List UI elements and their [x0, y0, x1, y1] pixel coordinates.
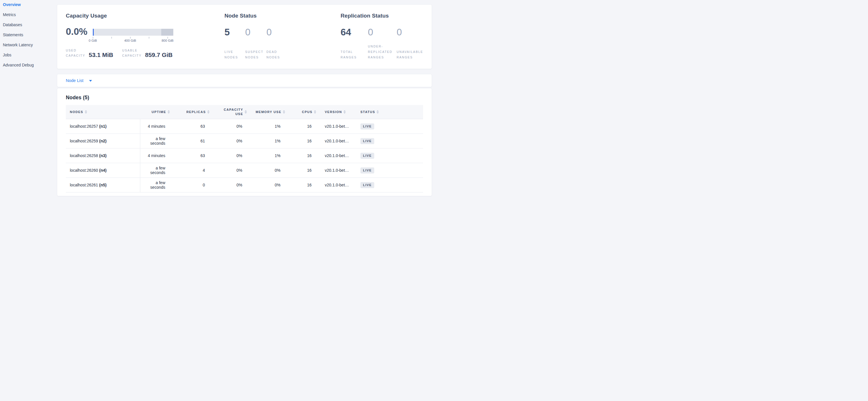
under-replicated-count: 0: [368, 27, 397, 38]
version-cell: v20.1.0-bet…: [316, 178, 357, 193]
replicas-cell: 4: [170, 163, 210, 178]
usable-capacity-value: 859.7 GiB: [145, 52, 173, 58]
table-row[interactable]: localhost:26259(n2) a few seconds 61 0% …: [66, 134, 423, 148]
node-address-cell: localhost:26261(n5): [66, 178, 140, 193]
suspect-nodes-count: 0: [245, 27, 267, 38]
table-row[interactable]: localhost:26257(n1) 4 minutes 63 0% 1% 1…: [66, 119, 423, 134]
replicas-cell: 63: [170, 148, 210, 163]
live-nodes-count: 5: [224, 27, 245, 38]
usable-capacity-stat: USABLE CAPACITY 859.7 GiB: [122, 48, 173, 58]
main-content: Capacity Usage 0.0%: [57, 0, 434, 200]
table-row[interactable]: localhost:26260(n4) a few seconds 4 0% 0…: [66, 163, 423, 178]
status-badge: LIVE: [361, 182, 374, 188]
sidebar-item-metrics[interactable]: Metrics: [3, 13, 57, 17]
axis-label-800gib: 800 GiB: [161, 39, 174, 42]
node-address: localhost:26260: [70, 168, 98, 173]
node-status-section: Node Status 5 LIVE NODES 0 SUSPECT NODE: [224, 12, 341, 62]
status-badge: LIVE: [361, 123, 374, 130]
capacity-use-cell: 0%: [210, 148, 247, 163]
node-list-label: Node List: [66, 78, 83, 83]
status-cell: LIVE: [357, 148, 423, 163]
node-list-dropdown[interactable]: Node List: [66, 78, 92, 83]
table-row[interactable]: localhost:26261(n5) a few seconds 0 0% 0…: [66, 178, 423, 193]
capacity-axis-ticks: [93, 36, 173, 38]
live-nodes-figure: 5 LIVE NODES: [224, 27, 245, 60]
status-cell: LIVE: [357, 178, 423, 193]
memory-use-cell: 0%: [247, 163, 285, 178]
node-id: (n3): [99, 153, 106, 158]
uptime-cell: 4 minutes: [140, 148, 170, 163]
node-address: localhost:26259: [70, 139, 98, 143]
version-cell: v20.1.0-bet…: [316, 134, 357, 148]
under-replicated-ranges-figure: 0 UNDER- REPLICATED RANGES: [368, 27, 397, 60]
memory-use-cell: 0%: [247, 178, 285, 193]
column-header-status[interactable]: STATUS: [357, 105, 423, 119]
uptime-cell: a few seconds: [140, 178, 170, 193]
version-cell: v20.1.0-bet…: [316, 148, 357, 163]
node-id: (n2): [99, 139, 106, 143]
cpus-cell: 16: [285, 163, 316, 178]
sidebar: Overview Metrics Databases Statements Ne…: [0, 0, 57, 200]
capacity-use-cell: 0%: [210, 163, 247, 178]
overview-page: Overview Metrics Databases Statements Ne…: [0, 0, 434, 200]
cpus-cell: 16: [285, 178, 316, 193]
sidebar-item-databases[interactable]: Databases: [3, 23, 57, 27]
cpus-cell: 16: [285, 134, 316, 148]
sidebar-item-jobs[interactable]: Jobs: [3, 53, 57, 57]
sidebar-item-network-latency[interactable]: Network Latency: [3, 43, 57, 47]
node-id: (n4): [99, 168, 106, 173]
node-address-cell: localhost:26257(n1): [66, 119, 140, 134]
unavailable-ranges-figure: 0 UNAVAILABLE RANGES: [397, 27, 423, 60]
column-header-replicas[interactable]: REPLICAS: [170, 105, 210, 119]
sidebar-item-advanced-debug[interactable]: Advanced Debug: [3, 63, 57, 67]
bar-used-indicator: [93, 29, 94, 36]
node-id: (n5): [99, 183, 106, 187]
capacity-percent: 0.0%: [66, 26, 91, 42]
column-header-cpus[interactable]: CPUS: [285, 105, 316, 119]
dead-nodes-figure: 0 DEAD NODES: [267, 27, 280, 60]
column-header-version[interactable]: VERSION: [316, 105, 357, 119]
replication-status-section: Replication Status 64 TOTAL RANGES 0 UND…: [341, 12, 423, 62]
status-cell: LIVE: [357, 119, 423, 134]
memory-use-cell: 1%: [247, 134, 285, 148]
table-row[interactable]: localhost:26258(n3) 4 minutes 63 0% 1% 1…: [66, 148, 423, 163]
column-header-uptime[interactable]: UPTIME: [140, 105, 170, 119]
node-address: localhost:26261: [70, 183, 98, 187]
uptime-cell: a few seconds: [140, 163, 170, 178]
total-ranges-count: 64: [341, 27, 368, 38]
sort-icon: [167, 110, 170, 114]
capacity-use-cell: 0%: [210, 134, 247, 148]
capacity-bar-area: 0 GiB 400 GiB 800 GiB: [93, 29, 173, 42]
nodes-table: NODES UPTIME REPLICAS CAPACITY USE MEMOR…: [66, 105, 423, 193]
version-cell: v20.1.0-bet…: [316, 163, 357, 178]
status-cell: LIVE: [357, 134, 423, 148]
cluster-summary-card: Capacity Usage 0.0%: [57, 4, 432, 69]
nodes-table-card: Nodes (5) NODES UPTIME REPLICAS CAPACITY…: [57, 88, 432, 196]
replicas-cell: 61: [170, 134, 210, 148]
sort-icon: [85, 110, 87, 114]
nodes-table-title: Nodes (5): [66, 95, 423, 101]
node-address-cell: localhost:26258(n3): [66, 148, 140, 163]
sidebar-item-overview[interactable]: Overview: [3, 3, 57, 7]
sort-icon: [314, 110, 316, 114]
chevron-down-icon: [89, 80, 92, 82]
capacity-use-cell: 0%: [210, 119, 247, 134]
cpus-cell: 16: [285, 148, 316, 163]
column-header-capacity-use[interactable]: CAPACITY USE: [210, 105, 247, 119]
node-id: (n1): [99, 124, 106, 128]
capacity-bar: [93, 29, 173, 36]
uptime-cell: a few seconds: [140, 134, 170, 148]
sort-icon: [207, 110, 210, 114]
capacity-axis-labels: 0 GiB 400 GiB 800 GiB: [93, 38, 173, 42]
memory-use-cell: 1%: [247, 119, 285, 134]
sidebar-item-statements[interactable]: Statements: [3, 33, 57, 37]
node-address-cell: localhost:26259(n2): [66, 134, 140, 148]
node-address-cell: localhost:26260(n4): [66, 163, 140, 178]
status-badge: LIVE: [361, 167, 374, 173]
cpus-cell: 16: [285, 119, 316, 134]
column-header-nodes[interactable]: NODES: [66, 105, 140, 119]
status-badge: LIVE: [361, 153, 374, 159]
column-header-memory-use[interactable]: MEMORY USE: [247, 105, 285, 119]
dead-nodes-count: 0: [267, 27, 280, 38]
used-capacity-stat: USED CAPACITY 53.1 MiB: [66, 48, 122, 58]
